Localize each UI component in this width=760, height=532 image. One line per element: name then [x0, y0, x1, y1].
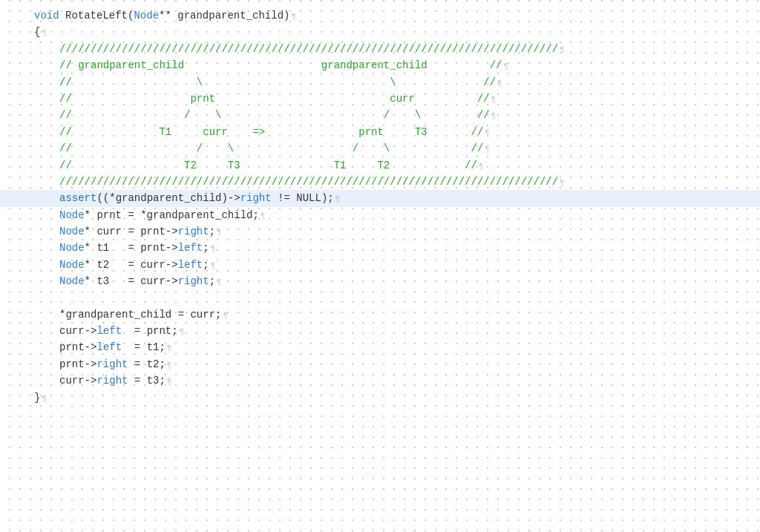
token-comment: // T2 T3 T1 T2 //	[59, 157, 477, 174]
code-line: // grandparent_child grandparent_child /…	[0, 57, 760, 73]
line-content: curr->right = t3;¶	[0, 372, 171, 389]
token-comment: // prnt curr //	[59, 91, 490, 107]
line-end-marker: ¶	[504, 60, 509, 73]
token-punct: * t1 = prnt->	[85, 240, 178, 256]
token-punct: curr->	[59, 372, 96, 389]
token-punct: );	[321, 190, 334, 206]
token-comment: ////////////////////////////////////////…	[59, 174, 558, 190]
code-line: // T2 T3 T1 T2 //¶	[0, 157, 760, 174]
token-arrow: right	[178, 273, 209, 289]
line-content: // / \ / \ //¶	[0, 107, 496, 123]
code-line: *grandparent_child = curr;¶	[0, 306, 760, 323]
token-comment: // \ \ //	[59, 74, 496, 91]
line-content: Node* t3 = curr->right;¶	[0, 273, 222, 289]
line-content: ////////////////////////////////////////…	[0, 174, 565, 190]
token-punct: * t3 = curr->	[85, 273, 178, 289]
code-line: {¶	[0, 24, 760, 40]
line-end-marker: ¶	[223, 309, 228, 323]
code-line: ////////////////////////////////////////…	[0, 41, 760, 57]
code-line: Node* t2 = curr->left;¶	[0, 257, 760, 273]
code-line: // T1 curr => prnt T3 //¶	[0, 124, 760, 140]
token-punct: = prnt;	[122, 323, 178, 339]
token-punct: ;	[209, 223, 215, 240]
token-assert-kw: assert	[59, 190, 96, 206]
line-content: Node* prnt = *grandparent_child;¶	[0, 207, 265, 223]
token-punct: curr->	[59, 323, 96, 339]
line-content: // \ \ //¶	[0, 74, 502, 91]
line-end-marker: ¶	[485, 143, 490, 157]
token-punct: }	[34, 390, 40, 406]
code-line	[0, 406, 760, 422]
line-end-marker: ¶	[491, 110, 497, 123]
token-null: NULL	[296, 190, 321, 206]
token-kw-type: Node	[59, 273, 85, 289]
token-punct: ;	[203, 240, 209, 256]
line-end-marker: ¶	[291, 10, 296, 24]
line-content: }¶	[0, 390, 47, 406]
line-end-marker: ¶	[491, 93, 497, 107]
code-line: prnt->left = t1;¶	[0, 339, 760, 355]
line-content: // grandparent_child grandparent_child /…	[0, 57, 508, 73]
code-line: prnt->right = t2;¶	[0, 356, 760, 372]
code-line: Node* prnt = *grandparent_child;¶	[0, 207, 760, 223]
line-end-marker: ¶	[211, 243, 216, 256]
line-end-marker: ¶	[497, 77, 502, 91]
line-end-marker: ¶	[479, 160, 484, 174]
token-punct: ((*grandparent_child)->	[96, 190, 240, 206]
line-end-marker: ¶	[261, 210, 266, 223]
token-punct: * prnt = *grandparent_child;	[85, 207, 259, 223]
code-line: // / \ / \ //¶	[0, 140, 760, 157]
token-arrow: right	[96, 372, 128, 389]
line-end-marker: ¶	[167, 359, 172, 372]
line-end-marker: ¶	[335, 193, 341, 206]
line-end-marker: ¶	[167, 342, 172, 355]
token-kw-type: Node	[59, 223, 85, 240]
token-arrow: left	[96, 339, 122, 355]
line-end-marker: ¶	[560, 44, 565, 57]
token-punct: !=	[272, 190, 297, 206]
token-punct: * t2 = curr->	[85, 257, 178, 273]
token-punct: = t3;	[128, 372, 165, 389]
token-arrow: left	[178, 240, 203, 256]
line-end-marker: ¶	[217, 276, 222, 289]
token-comment: // T1 curr => prnt T3 //	[59, 124, 483, 140]
line-end-marker: ¶	[211, 260, 216, 273]
line-end-marker: ¶	[42, 393, 47, 406]
line-content: // prnt curr //¶	[0, 91, 496, 107]
line-end-marker: ¶	[42, 27, 47, 40]
code-line: }¶	[0, 390, 760, 406]
line-end-marker: ¶	[180, 326, 185, 339]
code-line: // prnt curr //¶	[0, 91, 760, 107]
token-punct: ;	[209, 273, 215, 289]
code-line: Node* t3 = curr->right;¶	[0, 273, 760, 289]
line-content: void RotateLeft(Node** grandparent_child…	[0, 7, 296, 24]
line-content: prnt->right = t2;¶	[0, 356, 171, 372]
code-line: // \ \ //¶	[0, 74, 760, 91]
token-arrow: left	[96, 323, 122, 339]
token-comment: // grandparent_child grandparent_child /…	[59, 57, 502, 73]
line-end-marker: ¶	[167, 375, 172, 389]
token-arrow: left	[178, 257, 203, 273]
line-end-marker: ¶	[485, 127, 490, 140]
line-content: // T2 T3 T1 T2 //¶	[0, 157, 484, 174]
token-arrow: right	[178, 223, 209, 240]
code-line: assert((*grandparent_child)->right != NU…	[0, 190, 760, 206]
line-end-marker: ¶	[560, 177, 565, 190]
token-punct: = t1;	[122, 339, 166, 355]
code-editor: void RotateLeft(Node** grandparent_child…	[0, 0, 760, 532]
token-punct: prnt->	[59, 356, 96, 372]
line-content: // / \ / \ //¶	[0, 140, 490, 157]
token-comment: // / \ / \ //	[59, 140, 483, 157]
code-line	[0, 290, 760, 306]
code-line: Node* t1 = prnt->left;¶	[0, 240, 760, 256]
token-kw-type: Node	[59, 240, 85, 256]
line-content: curr->left = prnt;¶	[0, 323, 184, 339]
line-content: assert((*grandparent_child)->right != NU…	[0, 190, 340, 206]
token-kw-type: void	[34, 7, 59, 24]
line-end-marker: ¶	[217, 226, 222, 240]
line-content: *grandparent_child = curr;¶	[0, 306, 228, 323]
line-content: Node* curr = prnt->right;¶	[0, 223, 222, 240]
token-punct: {	[34, 24, 40, 40]
token-comment: // / \ / \ //	[59, 107, 490, 123]
code-content: void RotateLeft(Node** grandparent_child…	[0, 7, 760, 422]
